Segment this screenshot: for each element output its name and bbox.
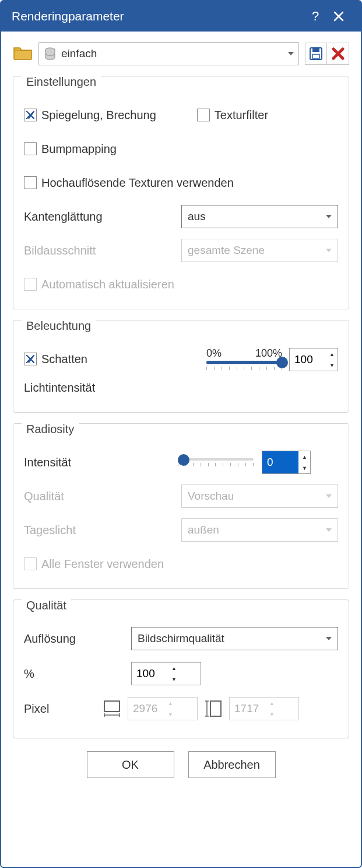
slider-thumb-icon bbox=[178, 454, 189, 466]
delete-x-icon bbox=[331, 47, 345, 61]
database-icon bbox=[44, 47, 57, 60]
width-icon bbox=[102, 699, 122, 719]
cancel-label: Abbrechen bbox=[203, 758, 260, 772]
quality-group: Qualität Auflösung Bildschirmqualität % … bbox=[13, 599, 349, 738]
chevron-down-icon bbox=[288, 52, 294, 55]
antialias-dropdown[interactable]: aus bbox=[181, 205, 338, 228]
daylight-label: Tageslicht bbox=[24, 524, 170, 537]
antialias-label: Kantenglättung bbox=[24, 210, 170, 224]
floppy-icon bbox=[308, 46, 324, 61]
hires-textures-label: Hochauflösende Texturen verwenden bbox=[41, 176, 234, 190]
radiosity-quality-value: Vorschau bbox=[188, 490, 322, 503]
checkbox-icon bbox=[24, 353, 37, 365]
radiosity-quality-dropdown: Vorschau bbox=[181, 484, 338, 508]
percent-spinbox[interactable]: ▲ ▼ bbox=[131, 662, 201, 685]
settings-group: Einstellungen Spiegelung, Brechung Textu… bbox=[13, 76, 349, 309]
resolution-dropdown[interactable]: Bildschirmqualität bbox=[131, 627, 338, 650]
spin-up-icon: ▲ bbox=[165, 698, 176, 709]
height-icon bbox=[203, 699, 223, 719]
radiosity-legend: Radiosity bbox=[22, 423, 79, 436]
height-spinbox: ▲▼ bbox=[229, 697, 299, 720]
all-windows-checkbox: Alle Fenster verwenden bbox=[24, 557, 164, 571]
spin-down-icon[interactable]: ▼ bbox=[168, 674, 180, 685]
spin-up-icon: ▲ bbox=[266, 698, 277, 709]
checkbox-icon bbox=[24, 109, 37, 121]
pixel-label: Pixel bbox=[24, 702, 94, 716]
shadows-checkbox[interactable]: Schatten bbox=[24, 353, 87, 366]
spin-up-icon[interactable]: ▲ bbox=[168, 663, 180, 674]
dialog-actions: OK Abbrechen bbox=[13, 751, 349, 778]
checkbox-icon bbox=[24, 176, 37, 189]
spin-down-icon[interactable]: ▼ bbox=[299, 462, 310, 473]
radiosity-intensity-slider[interactable] bbox=[178, 458, 254, 466]
slider-thumb-icon bbox=[276, 357, 288, 368]
quality-legend: Qualität bbox=[22, 599, 71, 612]
svg-rect-2 bbox=[312, 48, 319, 52]
spin-up-icon[interactable]: ▲ bbox=[326, 348, 338, 360]
chevron-down-icon bbox=[326, 528, 332, 532]
light-intensity-spinbox[interactable]: ▲ ▼ bbox=[289, 348, 338, 371]
preset-toolbar: einfach bbox=[13, 42, 349, 65]
close-button[interactable] bbox=[327, 5, 350, 28]
spin-down-icon[interactable]: ▼ bbox=[326, 360, 338, 371]
all-windows-label: Alle Fenster verwenden bbox=[41, 557, 164, 571]
shadows-label: Schatten bbox=[41, 353, 87, 366]
cancel-button[interactable]: Abbrechen bbox=[188, 751, 276, 778]
texturefilter-checkbox[interactable]: Texturfilter bbox=[197, 109, 268, 122]
lighting-group: Beleuchtung Schatten Lichtintensität 0% bbox=[13, 320, 349, 413]
percent-label: % bbox=[24, 667, 123, 681]
chevron-down-icon bbox=[326, 637, 332, 640]
checkbox-icon bbox=[24, 278, 37, 291]
chevron-down-icon bbox=[326, 249, 332, 252]
texturefilter-label: Texturfilter bbox=[215, 109, 268, 122]
preset-value: einfach bbox=[61, 47, 283, 60]
radiosity-intensity-label: Intensität bbox=[24, 456, 170, 469]
hires-textures-checkbox[interactable]: Hochauflösende Texturen verwenden bbox=[24, 176, 234, 190]
radiosity-group: Radiosity Intensität ▲ ▼ bbox=[13, 423, 349, 589]
reflection-checkbox[interactable]: Spiegelung, Brechung bbox=[24, 109, 156, 122]
checkbox-icon bbox=[197, 109, 210, 121]
spin-up-icon[interactable]: ▲ bbox=[299, 451, 310, 462]
percent-input[interactable] bbox=[132, 663, 168, 685]
lighting-legend: Beleuchtung bbox=[22, 319, 96, 333]
width-spinbox: ▲▼ bbox=[128, 697, 198, 720]
help-button[interactable]: ? bbox=[304, 5, 327, 28]
crop-dropdown: gesamte Szene bbox=[181, 239, 338, 262]
daylight-value: außen bbox=[188, 524, 322, 536]
light-intensity-label: Lichtintensität bbox=[24, 381, 195, 395]
ok-label: OK bbox=[122, 758, 139, 772]
delete-preset-button[interactable] bbox=[327, 43, 349, 65]
window-title: Renderingparameter bbox=[12, 9, 124, 23]
radiosity-quality-label: Qualität bbox=[24, 490, 170, 503]
titlebar: Renderingparameter ? bbox=[1, 1, 361, 32]
checkbox-icon bbox=[24, 557, 37, 570]
bumpmapping-label: Bumpmapping bbox=[41, 142, 117, 156]
svg-rect-4 bbox=[104, 701, 120, 712]
antialias-value: aus bbox=[188, 210, 322, 223]
crop-value: gesamte Szene bbox=[188, 244, 322, 257]
radiosity-intensity-spinbox[interactable]: ▲ ▼ bbox=[262, 451, 311, 474]
chevron-down-icon bbox=[326, 215, 332, 218]
radiosity-intensity-input[interactable] bbox=[262, 451, 298, 473]
auto-update-label: Automatisch aktualisieren bbox=[41, 278, 174, 291]
resolution-label: Auflösung bbox=[24, 632, 123, 646]
chevron-down-icon bbox=[326, 494, 332, 498]
daylight-dropdown: außen bbox=[181, 518, 338, 542]
width-input bbox=[128, 698, 164, 720]
ok-button[interactable]: OK bbox=[87, 751, 174, 778]
open-folder-icon[interactable] bbox=[13, 44, 33, 64]
spin-down-icon: ▼ bbox=[266, 709, 277, 720]
auto-update-checkbox: Automatisch aktualisieren bbox=[24, 278, 174, 291]
slider-min-label: 0% bbox=[206, 347, 222, 360]
light-intensity-slider[interactable]: 0% 100% bbox=[206, 347, 282, 370]
preset-dropdown[interactable]: einfach bbox=[38, 42, 299, 65]
height-input bbox=[230, 698, 266, 720]
resolution-value: Bildschirmqualität bbox=[138, 632, 322, 645]
svg-rect-5 bbox=[210, 701, 221, 716]
light-intensity-input[interactable] bbox=[290, 348, 326, 371]
save-preset-button[interactable] bbox=[305, 43, 327, 65]
spin-down-icon: ▼ bbox=[165, 709, 176, 720]
checkbox-icon bbox=[24, 142, 37, 155]
bumpmapping-checkbox[interactable]: Bumpmapping bbox=[24, 142, 117, 156]
crop-label: Bildausschnitt bbox=[24, 244, 170, 257]
